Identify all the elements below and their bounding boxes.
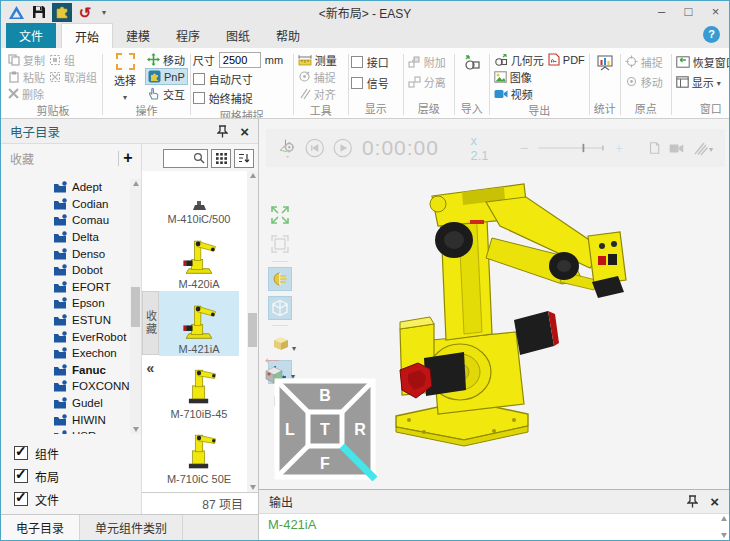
grid-size-input[interactable] — [219, 52, 261, 68]
app-logo-icon[interactable] — [6, 3, 26, 22]
list-scroll-thumb[interactable] — [248, 313, 257, 347]
view-cube-back[interactable]: B — [319, 387, 331, 404]
component-checkbox[interactable] — [14, 446, 28, 460]
origin-move-button[interactable]: 移动 — [623, 73, 665, 90]
select-button[interactable]: 选择 — [105, 51, 145, 102]
view-cube[interactable]: B L T R F — [273, 377, 377, 481]
export-image-button[interactable]: 图像 — [492, 68, 587, 85]
model-list-scrollbar[interactable] — [247, 171, 258, 492]
viewport-3d[interactable]: 0:00:00 x 2.1 − + — [259, 119, 729, 489]
tab-file[interactable]: 文件 — [6, 23, 56, 48]
tree-item-codian[interactable]: Codian — [1, 196, 130, 213]
list-item-m410ic[interactable]: M-410iC/500 — [159, 171, 239, 226]
attach-button[interactable]: 附加 — [406, 53, 448, 70]
tree-item-efort[interactable]: EFORT — [1, 279, 130, 296]
tree-item-comau[interactable]: Comau — [1, 212, 130, 229]
pnp-button[interactable]: PnP — [145, 68, 188, 85]
tree-item-dobot[interactable]: Dobot — [1, 262, 130, 279]
help-button[interactable]: ? — [703, 26, 720, 43]
view-cube-left[interactable]: L — [285, 421, 295, 438]
add-favorite-button[interactable]: + — [119, 149, 137, 167]
interface-checkbox[interactable] — [351, 56, 363, 68]
tree-item-foxconn[interactable]: FOXCONN — [1, 378, 130, 395]
filter-file[interactable]: 文件 — [14, 490, 141, 508]
restore-window-button[interactable]: 恢复窗口 — [674, 53, 729, 70]
statistics-button[interactable] — [594, 51, 616, 75]
tab-program[interactable]: 程序 — [163, 23, 213, 48]
output-scrollbar[interactable] — [721, 516, 727, 538]
rewind-button[interactable] — [305, 135, 324, 161]
tree-item-fanuc[interactable]: Fanuc — [1, 362, 130, 379]
scroll-down-icon[interactable] — [721, 533, 727, 538]
tab-modeling[interactable]: 建模 — [113, 23, 163, 48]
pin-icon[interactable] — [687, 495, 698, 508]
output-close-icon[interactable]: × — [710, 494, 719, 509]
move-button[interactable]: 移动 — [145, 51, 188, 68]
paste-button[interactable]: 粘贴 — [6, 68, 47, 85]
zoom-selected-button[interactable] — [268, 232, 292, 256]
interface-option[interactable]: 接口 — [351, 53, 389, 71]
tree-item-adept[interactable]: Adept — [1, 179, 130, 196]
minimize-button[interactable]: – — [648, 2, 675, 22]
interact-button[interactable]: 交互 — [145, 85, 188, 102]
signal-option[interactable]: 信号 — [351, 74, 389, 92]
play-button[interactable] — [333, 135, 352, 161]
catalog-close-icon[interactable]: × — [240, 124, 249, 139]
view-cube-right[interactable]: R — [354, 421, 366, 438]
collapse-panel-button[interactable]: « — [142, 357, 159, 379]
list-item-m710ic[interactable]: M-710iC 50E — [159, 421, 239, 486]
search-input[interactable] — [163, 149, 208, 168]
scroll-up-icon[interactable] — [721, 516, 727, 521]
signal-checkbox[interactable] — [351, 77, 363, 89]
auto-size-checkbox[interactable] — [193, 73, 205, 85]
layout-checkbox[interactable] — [14, 469, 28, 483]
projection-mode-button[interactable] — [268, 267, 292, 291]
tree-item-exechon[interactable]: Exechon — [1, 345, 130, 362]
view-cube-top[interactable]: T — [320, 421, 330, 438]
speed-slider[interactable] — [537, 141, 606, 155]
undo-button[interactable]: ↺ — [75, 3, 95, 22]
group-button[interactable]: 组 — [47, 51, 99, 68]
maximize-button[interactable]: □ — [675, 2, 702, 22]
tree-item-denso[interactable]: Denso — [1, 245, 130, 262]
origin-snap-button[interactable]: 捕捉 — [623, 53, 665, 70]
align-button[interactable]: 对齐 — [296, 85, 339, 102]
tree-item-estun[interactable]: ESTUN — [1, 312, 130, 329]
tab-catalog[interactable]: 电子目录 — [1, 515, 80, 540]
show-windows-button[interactable]: 显示 — [674, 73, 729, 90]
export-pdf-button[interactable]: PDF — [546, 51, 587, 68]
copy-button[interactable]: 复制 — [6, 51, 47, 68]
pin-icon[interactable] — [217, 125, 228, 138]
list-item-m421ia[interactable]: M-421iA — [159, 291, 239, 356]
scroll-down-icon[interactable] — [250, 485, 256, 490]
tree-item-delta[interactable]: Delta — [1, 229, 130, 246]
robot-model-m421ia[interactable] — [374, 164, 729, 489]
detach-button[interactable]: 分离 — [406, 73, 448, 90]
tree-item-everrobot[interactable]: EverRobot — [1, 328, 130, 345]
snap-tool-button[interactable]: 捕捉 — [296, 68, 339, 85]
export-pdf-view-icon[interactable] — [649, 140, 660, 156]
speed-decrease-button[interactable]: − — [520, 140, 528, 156]
quick-access-more-button[interactable] — [102, 8, 106, 17]
measure-button[interactable]: 测量 — [296, 51, 339, 68]
save-button[interactable] — [29, 3, 49, 22]
export-geometry-button[interactable]: 几何元 — [492, 51, 546, 68]
filter-layout[interactable]: 布局 — [14, 467, 141, 485]
camera-settings-icon[interactable] — [278, 135, 296, 161]
always-snap-checkbox[interactable] — [193, 92, 205, 104]
delete-button[interactable]: 删除 — [6, 85, 47, 102]
tab-help[interactable]: 帮助 — [263, 23, 313, 48]
import-button[interactable] — [460, 51, 484, 75]
filter-component[interactable]: 组件 — [14, 444, 141, 462]
tab-cell-category[interactable]: 单元组件类别 — [80, 515, 183, 540]
list-item-m420ia[interactable]: M-420iA — [159, 226, 239, 291]
tree-item-epson[interactable]: Epson — [1, 295, 130, 312]
tree-item-hiwin[interactable]: HIWIN — [1, 411, 130, 428]
frames-button[interactable] — [268, 331, 292, 355]
pnp-quick-button[interactable] — [52, 3, 72, 22]
tab-drawing[interactable]: 图纸 — [213, 23, 263, 48]
render-mode-button[interactable] — [268, 296, 292, 320]
list-item-m710ib[interactable]: M-710iB-45 — [159, 356, 239, 421]
auto-size-option[interactable]: 自动尺寸 — [193, 70, 283, 88]
tab-start[interactable]: 开始 — [61, 23, 113, 48]
